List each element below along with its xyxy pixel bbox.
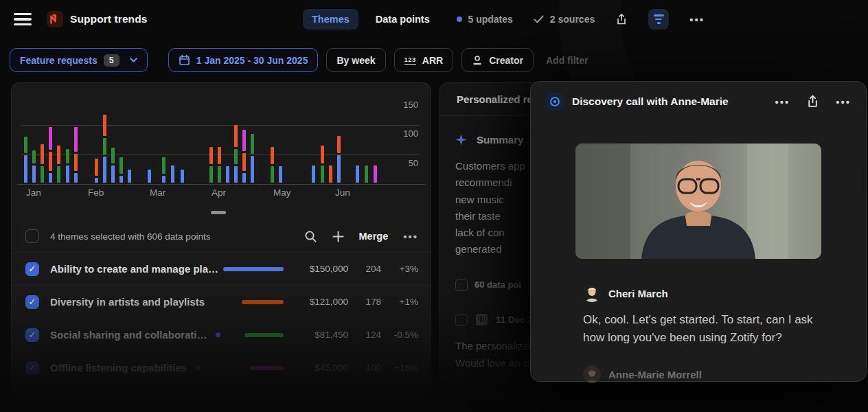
more-icon[interactable] [689,14,705,25]
bar-segment-green[interactable] [103,138,106,154]
source-checkbox[interactable] [455,314,468,326]
bar-segment-green[interactable] [111,148,115,163]
bar-segment-green[interactable] [218,166,221,183]
chart-bar-column[interactable] [41,90,44,183]
bar-segment-orange[interactable] [41,144,44,164]
bar-segment-orange[interactable] [271,147,274,165]
chart-bar-column[interactable] [329,90,332,183]
chart-bar-column[interactable] [374,90,377,183]
chart-bar-column[interactable] [271,90,274,183]
bar-segment-green[interactable] [234,149,238,164]
chart-bar-column[interactable] [181,90,184,183]
chart-bar-column[interactable] [321,90,324,183]
bar-segment-blue[interactable] [74,173,78,183]
bar-segment-blue[interactable] [103,157,106,183]
bar-segment-green[interactable] [24,137,27,153]
bar-segment-blue[interactable] [234,166,238,183]
chart-bar-column[interactable] [49,90,52,183]
resize-handle[interactable] [211,211,226,214]
chart-bar-column[interactable] [356,90,359,183]
bar-segment-blue[interactable] [171,165,174,183]
filter-icon[interactable] [648,9,669,30]
bar-segment-green[interactable] [32,150,36,163]
chart-bar-column[interactable] [128,90,131,183]
sources-chip[interactable]: 2 sources [534,14,595,25]
granularity-button[interactable]: By week [326,48,385,72]
chart-bar-column[interactable] [218,90,221,183]
call-more-icon-2[interactable] [836,96,851,108]
bar-segment-orange[interactable] [74,154,78,172]
bar-segment-orange[interactable] [329,165,332,183]
bar-segment-orange[interactable] [49,152,52,172]
bar-segment-blue[interactable] [356,165,359,183]
bar-segment-blue[interactable] [148,170,151,183]
theme-row[interactable]: Offline listening capabilities$45,000100… [12,351,431,384]
bar-segment-green[interactable] [365,165,368,183]
select-all-checkbox[interactable] [25,229,39,243]
chart-bar-column[interactable] [365,90,368,183]
chart-bar-column[interactable] [148,90,151,183]
bar-segment-orange[interactable] [209,147,213,165]
bar-segment-orange[interactable] [57,146,60,164]
add-theme-icon[interactable] [332,231,344,242]
chart-bar-column[interactable] [103,90,106,183]
bar-segment-blue[interactable] [95,178,98,183]
chart-bar-column[interactable] [226,90,229,183]
bar-segment-green[interactable] [119,157,123,174]
chart-bar-column[interactable] [32,90,36,183]
theme-row[interactable]: Diversity in artists and playlists$121,0… [12,285,431,318]
chart-bar-column[interactable] [66,90,69,183]
call-more-icon-1[interactable] [775,96,790,108]
chart-bar-column[interactable] [74,90,78,183]
tab-data-points[interactable]: Data points [367,9,439,30]
bar-segment-magenta[interactable] [74,127,78,152]
bar-segment-orange[interactable] [95,159,98,176]
bar-segment-blue[interactable] [279,166,282,183]
chart-bar-column[interactable] [279,90,282,183]
bar-segment-blue[interactable] [226,166,229,183]
bar-segment-green[interactable] [251,134,254,154]
bar-segment-blue[interactable] [49,173,52,183]
merge-button[interactable]: Merge [359,231,389,242]
bar-segment-blue[interactable] [162,176,165,183]
chart-bar-column[interactable] [162,90,165,183]
data-points-checkbox[interactable] [455,279,468,291]
bar-segment-blue[interactable] [111,165,115,183]
chart-bar-column[interactable] [57,90,60,183]
chart-bar-column[interactable] [24,90,27,183]
bar-segment-orange[interactable] [103,115,106,136]
bar-segment-green[interactable] [321,165,324,183]
video-thumbnail[interactable] [575,144,821,259]
theme-row[interactable]: Ability to create and manage pla…$150,00… [12,252,431,285]
bar-segment-green[interactable] [57,166,60,183]
bar-segment-blue[interactable] [128,170,131,183]
theme-filter-dropdown[interactable]: Feature requests 5 [10,48,148,72]
share-icon[interactable] [615,13,628,26]
bar-segment-green[interactable] [162,157,165,174]
bar-segment-orange[interactable] [218,147,221,165]
arr-button[interactable]: 123 ARR [394,48,454,72]
bar-segment-orange[interactable] [234,125,238,147]
bar-segment-orange[interactable] [321,146,324,163]
chart-bar-column[interactable] [95,90,98,183]
chart-bar-column[interactable] [251,90,254,183]
chart-bar-column[interactable] [234,90,238,183]
bar-segment-blue[interactable] [312,165,315,183]
add-filter-button[interactable]: Add filter [546,55,588,66]
chart-bar-column[interactable] [312,90,315,183]
search-icon[interactable] [304,230,317,243]
bar-segment-green[interactable] [66,149,69,163]
bar-segment-blue[interactable] [251,156,254,183]
bar-segment-blue[interactable] [337,155,341,183]
updates-chip[interactable]: 5 updates [457,14,513,25]
theme-checkbox[interactable] [25,262,39,276]
bar-segment-green[interactable] [271,166,274,183]
bar-segment-magenta[interactable] [49,127,52,149]
theme-checkbox[interactable] [25,328,39,342]
bar-segment-blue[interactable] [119,176,123,183]
theme-checkbox[interactable] [25,295,39,309]
menu-icon[interactable] [14,13,32,25]
bar-segment-blue[interactable] [32,165,36,183]
bar-segment-blue[interactable] [242,173,246,183]
chart-bar-column[interactable] [242,90,246,183]
